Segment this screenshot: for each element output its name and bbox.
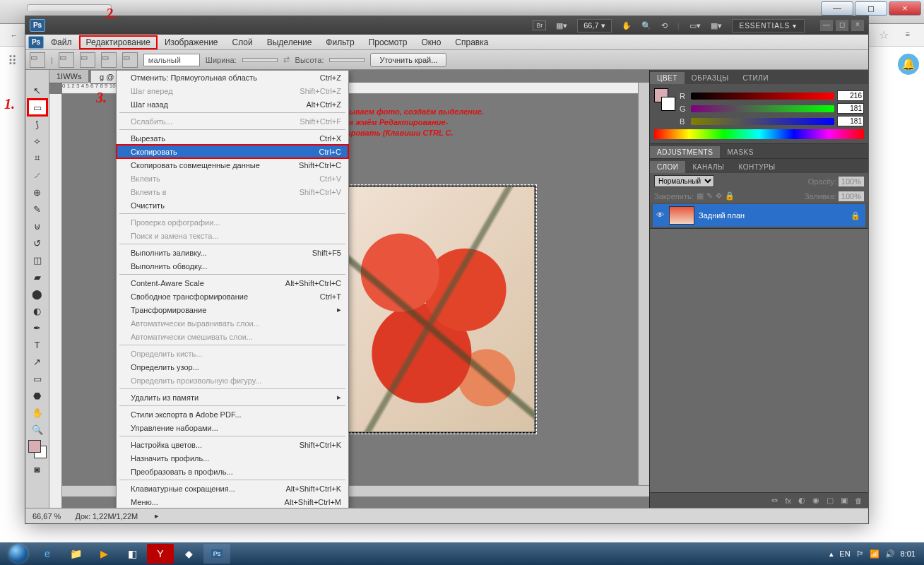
notification-bell-icon[interactable]: 🔔	[898, 54, 919, 75]
tab-masks[interactable]: MASKS	[720, 146, 761, 158]
shape-tool[interactable]: ▭	[28, 371, 47, 386]
taskbar-media-icon[interactable]: ▶	[90, 544, 117, 564]
pen-tool[interactable]: ✒	[28, 320, 47, 335]
lock-position-icon[interactable]: ✥	[716, 191, 722, 201]
opacity-value[interactable]: 100%	[839, 177, 864, 186]
gradient-tool[interactable]: ▰	[28, 269, 47, 285]
history-brush-tool[interactable]: ↺	[28, 235, 47, 251]
fill-value[interactable]: 100%	[839, 191, 864, 201]
tab-color[interactable]: ЦВЕТ	[650, 72, 685, 84]
menu-item-назначить-профиль-[interactable]: Назначить профиль...	[117, 451, 348, 465]
bg-swatch[interactable]	[661, 97, 675, 111]
style-dropdown[interactable]: мальный	[143, 54, 200, 66]
marquee-preset-icon[interactable]: ▭	[30, 52, 45, 68]
tab-styles[interactable]: СТИЛИ	[736, 72, 776, 84]
refine-edge-button[interactable]: Уточнить край...	[370, 53, 446, 67]
menu-item-выполнить-обводку-[interactable]: Выполнить обводку...	[117, 259, 348, 273]
lock-pixels-icon[interactable]: ✎	[706, 191, 713, 201]
tab-swatches[interactable]: ОБРАЗЦЫ	[685, 72, 736, 84]
status-arrow-icon[interactable]: ▸	[155, 511, 159, 521]
menu-item-очистить[interactable]: Очистить	[117, 198, 348, 212]
menu-help[interactable]: Справка	[448, 35, 495, 49]
stamp-tool[interactable]: ⊎	[28, 218, 47, 234]
selection-intersect-icon[interactable]: ▭	[122, 52, 138, 68]
minimize-button[interactable]: —	[821, 1, 853, 16]
swap-wh-icon[interactable]: ⇄	[283, 55, 290, 64]
arrange-docs-icon[interactable]: ▦▾	[711, 21, 722, 30]
tab-channels[interactable]: КАНАЛЫ	[685, 161, 731, 173]
r-value[interactable]	[837, 90, 864, 101]
move-tool[interactable]: ↖	[28, 83, 47, 98]
crop-tool[interactable]: ⌗	[28, 150, 47, 166]
group-icon[interactable]: ▢	[827, 496, 834, 505]
r-slider[interactable]	[691, 93, 834, 100]
blend-mode-select[interactable]: Нормальный	[654, 175, 714, 187]
menu-item-настройка-цветов-[interactable]: Настройка цветов...Shift+Ctrl+K	[117, 438, 348, 451]
start-button[interactable]	[4, 544, 32, 564]
rotate-view-icon[interactable]: ⟲	[661, 21, 668, 30]
wand-tool[interactable]: ✧	[28, 133, 47, 149]
tray-volume-icon[interactable]: 🔊	[885, 549, 895, 559]
tab-adjustments[interactable]: ADJUSTMENTS	[650, 146, 720, 158]
dodge-tool[interactable]: ◐	[28, 303, 47, 319]
g-value[interactable]	[837, 103, 864, 114]
menu-item-content-aware-scale[interactable]: Content-Aware ScaleAlt+Shift+Ctrl+C	[117, 276, 348, 290]
selection-add-icon[interactable]: ▭	[80, 52, 95, 68]
menu-item-шаг-назад[interactable]: Шаг назадAlt+Ctrl+Z	[117, 97, 348, 111]
apps-icon[interactable]: ⠿	[0, 47, 25, 75]
b-value[interactable]	[837, 116, 864, 126]
taskbar-ps-icon[interactable]: Ps	[203, 544, 230, 564]
lasso-tool[interactable]: ⟆	[28, 117, 47, 132]
fill-adj-icon[interactable]: ◉	[812, 496, 819, 505]
menu-item-определить-узор-[interactable]: Определить узор...	[117, 360, 348, 374]
menu-item-скопировать[interactable]: СкопироватьCtrl+C	[117, 145, 348, 158]
new-layer-icon[interactable]: ▣	[841, 496, 848, 505]
eraser-tool[interactable]: ◫	[28, 252, 47, 268]
tab-layers[interactable]: СЛОИ	[650, 161, 685, 173]
browser-tab[interactable]	[27, 4, 112, 11]
tray-network-icon[interactable]: 📶	[870, 549, 879, 559]
selection-sub-icon[interactable]: ▭	[101, 52, 117, 68]
menu-item-удалить-из-памяти[interactable]: Удалить из памяти▸	[117, 391, 348, 404]
menu-item-трансформирование[interactable]: Трансформирование▸	[117, 303, 348, 316]
layer-row[interactable]: 👁 Задний план 🔒	[653, 204, 865, 227]
screen-mode-icon[interactable]: ▭▾	[689, 21, 701, 30]
view-extras-icon[interactable]: ▦▾	[556, 21, 567, 30]
ps-restore-icon[interactable]: ◻	[836, 20, 848, 31]
menu-image[interactable]: Изображение	[158, 35, 225, 49]
menu-item-меню-[interactable]: Меню...Alt+Shift+Ctrl+M	[117, 495, 348, 508]
tab-paths[interactable]: КОНТУРЫ	[731, 161, 782, 173]
close-button[interactable]: ×	[889, 1, 921, 16]
lock-all-icon[interactable]: 🔒	[725, 191, 735, 201]
layer-thumbnail[interactable]	[669, 206, 694, 225]
menu-select[interactable]: Выделение	[260, 35, 319, 49]
blur-tool[interactable]: ⬤	[28, 286, 47, 302]
menu-item-выполнить-заливку-[interactable]: Выполнить заливку...Shift+F5	[117, 246, 348, 259]
layer-fx-icon[interactable]: fx	[785, 496, 791, 505]
maximize-button[interactable]: ◻	[855, 1, 887, 16]
document-tab-1[interactable]: 1IWWs	[49, 70, 88, 83]
link-layers-icon[interactable]: ⇔	[771, 496, 778, 505]
tray-flag-icon[interactable]: 🏳	[856, 549, 864, 558]
taskbar-app2-icon[interactable]: Y	[147, 544, 174, 564]
spectrum-ramp[interactable]	[654, 129, 864, 139]
taskbar-explorer-icon[interactable]: 📁	[62, 544, 89, 564]
language-indicator[interactable]: EN	[839, 549, 850, 558]
menu-item-клавиатурные-сокращения-[interactable]: Клавиатурные сокращения...Alt+Shift+Ctrl…	[117, 482, 348, 495]
visibility-eye-icon[interactable]: 👁	[655, 210, 665, 220]
menu-item-отменить-прямоугольная-о[interactable]: Отменить: Прямоугольная областьCtrl+Z	[117, 71, 348, 84]
menu-item-преобразовать-в-профиль-[interactable]: Преобразовать в профиль...	[117, 465, 348, 478]
bookmark-star-icon[interactable]: ☆	[879, 28, 889, 42]
zoom-tool[interactable]: 🔍	[28, 422, 47, 437]
b-slider[interactable]	[691, 118, 834, 125]
path-select-tool[interactable]: ↗	[28, 354, 47, 369]
hamburger-icon[interactable]: ≡	[906, 30, 910, 38]
lock-transparency-icon[interactable]: ▦	[697, 191, 704, 201]
zoom-level[interactable]: 66,7 ▾	[577, 19, 611, 32]
brush-tool[interactable]: ✎	[28, 201, 47, 217]
ps-close-icon[interactable]: ×	[851, 20, 864, 31]
launch-bridge-icon[interactable]: Br	[533, 20, 546, 30]
zoom-tool-icon[interactable]: 🔍	[641, 21, 651, 30]
menu-edit[interactable]: Редактирование	[79, 35, 158, 49]
ps-minimize-icon[interactable]: —	[820, 20, 833, 31]
